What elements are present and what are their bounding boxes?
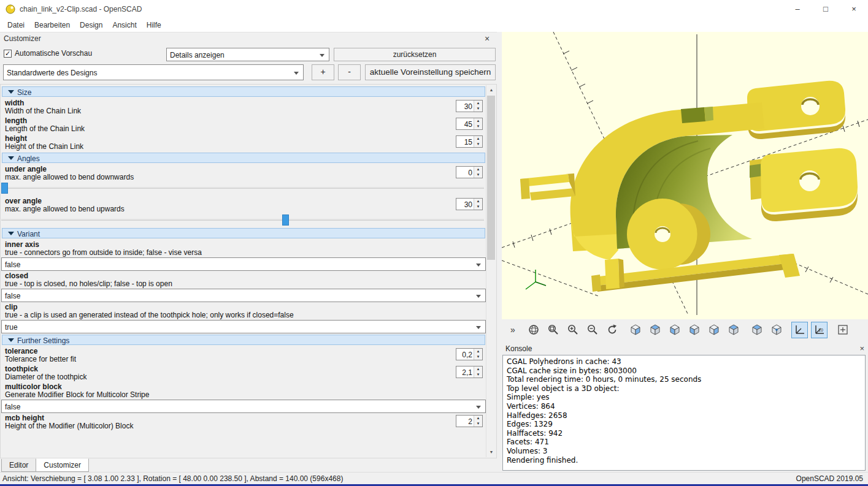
view-diagonal-icon[interactable] bbox=[748, 322, 765, 338]
maximize-button[interactable]: □ bbox=[812, 0, 840, 18]
spin-up-icon[interactable]: ▲ bbox=[474, 136, 482, 142]
save-preset-button[interactable]: aktuelle Voreinstellung speichern bbox=[365, 64, 496, 80]
customizer-controls-row1: ✓ Automatische Vorschau Details anzeigen… bbox=[0, 48, 497, 61]
slider-handle[interactable] bbox=[282, 215, 289, 226]
param-name: inner axis bbox=[5, 240, 482, 249]
param-spinbox-under-angle[interactable]: 0▲▼ bbox=[456, 166, 483, 178]
spin-down-icon[interactable]: ▼ bbox=[474, 172, 482, 178]
vertical-scrollbar[interactable]: ▲ ▼ bbox=[486, 85, 496, 457]
spin-up-icon[interactable]: ▲ bbox=[474, 101, 482, 106]
section-header-further-settings[interactable]: Further Settings bbox=[2, 335, 485, 345]
spin-up-icon[interactable]: ▲ bbox=[474, 416, 482, 421]
console-panel: Konsole × CGAL Polyhedrons in cache: 43C… bbox=[502, 343, 868, 472]
add-preset-button[interactable]: + bbox=[312, 64, 334, 80]
param-dropdown-clip[interactable]: true bbox=[1, 320, 486, 333]
slider-handle[interactable] bbox=[1, 183, 8, 194]
menu-design[interactable]: Design bbox=[75, 19, 107, 31]
zoom-out-icon[interactable] bbox=[584, 322, 601, 338]
param-description: Generate Modifier Block for Multicolor S… bbox=[5, 391, 482, 399]
show-more-icon[interactable]: » bbox=[505, 322, 522, 338]
spin-down-icon[interactable]: ▼ bbox=[474, 106, 482, 112]
view-left-icon[interactable] bbox=[686, 322, 702, 338]
view-all-icon[interactable] bbox=[525, 322, 542, 338]
3d-scene[interactable] bbox=[502, 32, 868, 319]
preset-dropdown[interactable]: Standardwerte des Designs bbox=[3, 64, 304, 80]
checkbox-check-icon[interactable]: ✓ bbox=[4, 50, 12, 58]
spin-down-icon[interactable]: ▼ bbox=[474, 354, 482, 360]
section-title: Further Settings bbox=[17, 336, 69, 345]
spinbox-value: 2 bbox=[456, 416, 474, 427]
close-button[interactable]: × bbox=[840, 0, 868, 18]
param-spinbox-tolerance[interactable]: 0,2▲▼ bbox=[456, 348, 483, 360]
model-clip-arms bbox=[520, 173, 575, 200]
scroll-up-icon[interactable]: ▲ bbox=[486, 85, 496, 95]
param-slider-under-angle[interactable] bbox=[1, 183, 484, 194]
console-output[interactable]: CGAL Polyhedrons in cache: 43CGAL cache … bbox=[502, 355, 866, 471]
view-right-icon[interactable] bbox=[627, 322, 643, 338]
view-top-icon[interactable] bbox=[647, 322, 663, 338]
panel-tabs: EditorCustomizer bbox=[0, 458, 497, 472]
param-name: width bbox=[5, 99, 450, 107]
viewport-3d[interactable] bbox=[502, 32, 868, 319]
show-scale-markers-icon[interactable]: 10 bbox=[811, 322, 828, 338]
view-bottom-icon[interactable] bbox=[666, 322, 683, 338]
show-crosshairs-icon[interactable] bbox=[834, 322, 851, 338]
view-back-icon[interactable] bbox=[725, 322, 742, 338]
scroll-down-icon[interactable]: ▼ bbox=[486, 447, 496, 457]
section-title: Size bbox=[17, 88, 31, 97]
spin-up-icon[interactable]: ▲ bbox=[474, 366, 482, 372]
param-name: mcb height bbox=[5, 414, 450, 422]
param-spinbox-length[interactable]: 45▲▼ bbox=[456, 118, 483, 130]
view-center-icon[interactable] bbox=[768, 322, 785, 338]
dropdown-value: false bbox=[5, 403, 20, 411]
slider-track[interactable] bbox=[1, 219, 484, 221]
customizer-controls-row2: Standardwerte des Designs + - aktuelle V… bbox=[0, 64, 497, 80]
spin-down-icon[interactable]: ▼ bbox=[474, 124, 482, 129]
spin-up-icon[interactable]: ▲ bbox=[474, 167, 482, 172]
zoom-in-icon[interactable] bbox=[564, 322, 581, 338]
menu-ansicht[interactable]: Ansicht bbox=[107, 19, 141, 31]
spin-down-icon[interactable]: ▼ bbox=[474, 204, 482, 210]
param-spinbox-toothpick[interactable]: 2,1▲▼ bbox=[456, 366, 483, 378]
spin-up-icon[interactable]: ▲ bbox=[474, 349, 482, 354]
section-header-variant[interactable]: Variant bbox=[2, 228, 485, 238]
zoom-all-icon[interactable] bbox=[545, 322, 561, 338]
param-spinbox-height[interactable]: 15▲▼ bbox=[456, 135, 483, 148]
param-description: max. angle allowed to bend upwards bbox=[5, 205, 482, 213]
auto-preview-checkbox[interactable]: ✓ Automatische Vorschau bbox=[4, 49, 92, 58]
console-close-icon[interactable]: × bbox=[859, 344, 864, 353]
param-name: under angle bbox=[5, 165, 482, 173]
details-dropdown[interactable]: Details anzeigen bbox=[166, 48, 329, 61]
param-name: multicolor block bbox=[5, 382, 482, 391]
customizer-close-icon[interactable]: × bbox=[482, 34, 492, 44]
spin-up-icon[interactable]: ▲ bbox=[474, 199, 482, 204]
param-dropdown-closed[interactable]: false bbox=[1, 289, 486, 302]
chevron-down-icon bbox=[476, 326, 481, 329]
minimize-button[interactable]: – bbox=[783, 0, 812, 18]
reset-view-icon[interactable] bbox=[604, 322, 620, 338]
param-spinbox-mcb-height[interactable]: 2▲▼ bbox=[456, 415, 483, 427]
spin-down-icon[interactable]: ▼ bbox=[474, 142, 482, 147]
menu-hilfe[interactable]: Hilfe bbox=[142, 19, 166, 31]
reset-button[interactable]: zurücksetzen bbox=[334, 48, 496, 61]
param-dropdown-multicolor-block[interactable]: false bbox=[1, 400, 486, 413]
param-description: Diameter of the toothpick bbox=[5, 373, 450, 381]
param-dropdown-inner-axis[interactable]: false bbox=[1, 257, 486, 271]
spin-up-icon[interactable]: ▲ bbox=[474, 118, 482, 124]
spin-down-icon[interactable]: ▼ bbox=[474, 421, 482, 427]
view-front-icon[interactable] bbox=[705, 322, 722, 338]
param-spinbox-width[interactable]: 30▲▼ bbox=[456, 100, 483, 112]
section-header-angles[interactable]: Angles bbox=[2, 153, 485, 163]
param-slider-over-angle[interactable] bbox=[1, 215, 484, 226]
param-spinbox-over-angle[interactable]: 30▲▼ bbox=[456, 198, 483, 210]
slider-track[interactable] bbox=[1, 187, 484, 189]
tab-editor[interactable]: Editor bbox=[1, 459, 36, 472]
scrollbar-thumb[interactable] bbox=[487, 96, 495, 260]
menu-datei[interactable]: Datei bbox=[2, 19, 29, 31]
show-axes-icon[interactable] bbox=[791, 322, 808, 338]
section-header-size[interactable]: Size bbox=[2, 86, 485, 97]
tab-customizer[interactable]: Customizer bbox=[36, 458, 89, 472]
menu-bearbeiten[interactable]: Bearbeiten bbox=[29, 19, 75, 31]
spin-down-icon[interactable]: ▼ bbox=[474, 372, 482, 378]
remove-preset-button[interactable]: - bbox=[338, 64, 361, 80]
